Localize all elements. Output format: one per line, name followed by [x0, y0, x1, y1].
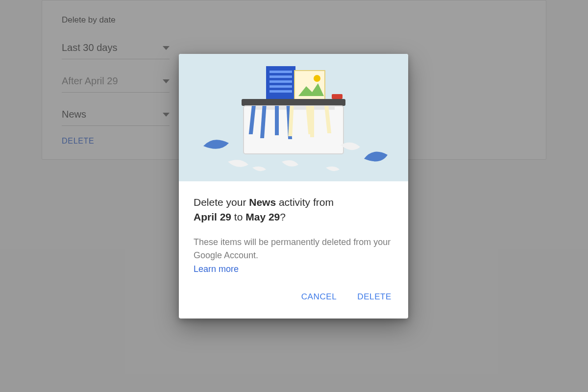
svg-rect-6 — [294, 71, 325, 101]
dialog-description: These items will be permanently deleted … — [194, 236, 393, 262]
headline-from-date: April 29 — [194, 211, 231, 222]
svg-rect-4 — [270, 85, 292, 88]
cancel-button[interactable]: CANCEL — [298, 288, 340, 306]
headline-text: activity from — [276, 196, 334, 208]
svg-rect-2 — [270, 75, 292, 78]
headline-text: to — [231, 211, 245, 222]
headline-text: Delete your — [194, 196, 249, 208]
svg-rect-5 — [270, 90, 292, 93]
svg-rect-10 — [332, 94, 343, 99]
dialog-body: Delete your News activity from April 29 … — [179, 181, 408, 281]
confirm-delete-button[interactable]: DELETE — [354, 288, 394, 306]
confirm-delete-dialog: Delete your News activity from April 29 … — [179, 54, 408, 318]
headline-product: News — [249, 196, 276, 208]
dialog-actions: CANCEL DELETE — [179, 281, 408, 318]
shredder-illustration — [179, 54, 408, 181]
shredder-icon — [179, 54, 408, 181]
svg-rect-18 — [310, 106, 314, 137]
headline-to-date: May 29 — [245, 211, 280, 222]
svg-point-7 — [314, 75, 320, 82]
svg-rect-1 — [270, 71, 292, 73]
dialog-headline: Delete your News activity from April 29 … — [194, 195, 393, 225]
learn-more-link[interactable]: Learn more — [194, 264, 239, 274]
svg-rect-3 — [270, 80, 292, 83]
svg-rect-8 — [242, 99, 345, 106]
headline-text: ? — [280, 211, 286, 222]
svg-rect-14 — [275, 106, 279, 135]
